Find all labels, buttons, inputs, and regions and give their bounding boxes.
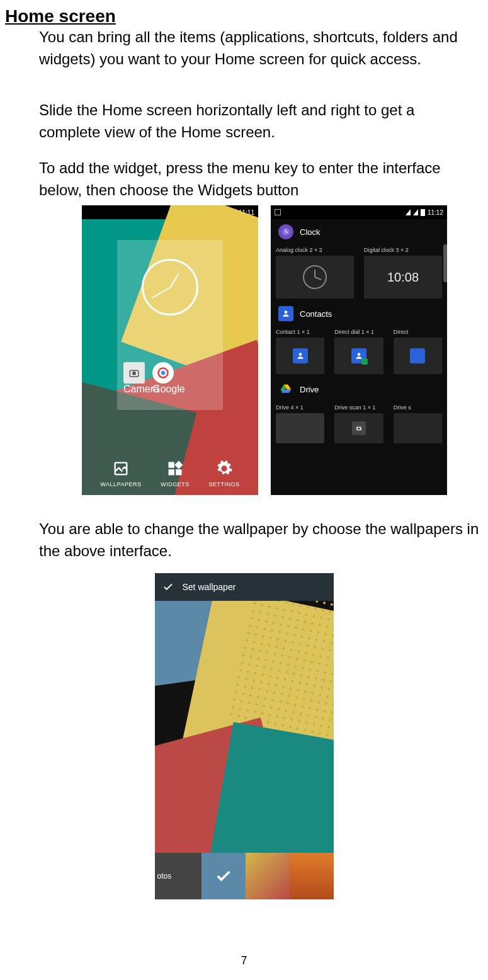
wallpapers-button[interactable]: WALLPAPERS xyxy=(100,459,141,487)
contacts-icon xyxy=(278,306,293,321)
screenshot-home-options: 11:11 Camera xyxy=(82,205,258,495)
gear-icon xyxy=(214,459,234,479)
signal-icon xyxy=(413,209,418,215)
digital-clock-preview: 10:08 xyxy=(364,256,442,299)
widget-drive-partial[interactable]: Drive s xyxy=(389,402,447,446)
wallpapers-icon xyxy=(111,459,131,479)
drive-icon xyxy=(278,382,293,397)
wallpaper-thumbnails: otos xyxy=(155,853,334,899)
screenshot-set-wallpaper: Set wallpaper otos xyxy=(155,573,334,899)
wallpaper-thumb[interactable] xyxy=(246,853,290,899)
settings-label: SETTINGS xyxy=(209,481,240,487)
wallpaper-thumb-photos[interactable]: otos xyxy=(155,853,201,899)
wallpaper-thumb[interactable] xyxy=(290,853,334,899)
widget-analog-clock[interactable]: Analog clock 2 × 2 xyxy=(271,244,359,301)
svg-rect-8 xyxy=(174,461,183,469)
svg-point-14 xyxy=(298,353,302,356)
status-bar: 11:12 xyxy=(271,205,447,219)
widget-direct-partial[interactable]: Direct xyxy=(389,326,447,377)
widget-label: Drive scan 1 × 1 xyxy=(334,404,383,411)
widgets-button[interactable]: WIDGETS xyxy=(161,459,190,487)
widget-label: Direct dial 1 × 1 xyxy=(334,329,383,335)
check-icon xyxy=(215,867,232,885)
widget-label: Direct xyxy=(394,329,442,335)
set-wallpaper-label: Set wallpaper xyxy=(183,582,236,592)
widget-label: Contact 1 × 1 xyxy=(276,329,324,335)
svg-rect-7 xyxy=(169,469,174,475)
analog-clock-widget[interactable] xyxy=(142,259,198,316)
widget-digital-clock[interactable]: Digital clock 3 × 2 10:08 xyxy=(359,244,447,301)
svg-rect-5 xyxy=(169,462,174,468)
wallpapers-label: WALLPAPERS xyxy=(100,481,141,487)
category-label: Clock xyxy=(300,227,321,237)
widget-direct-dial[interactable]: Direct dial 1 × 1 xyxy=(329,326,388,377)
page-title: Home screen xyxy=(5,6,116,26)
svg-point-15 xyxy=(358,353,361,356)
widget-drive-scan[interactable]: Drive scan 1 × 1 xyxy=(329,402,388,446)
app-label: Google xyxy=(152,384,174,395)
notification-icon xyxy=(275,209,281,215)
paragraph-wallpaper: You are able to change the wallpaper by … xyxy=(39,518,480,562)
app-label: Camera xyxy=(123,384,145,395)
svg-line-12 xyxy=(315,277,321,280)
app-camera[interactable]: Camera xyxy=(123,362,145,395)
widget-category-drive[interactable]: Drive xyxy=(271,377,447,402)
wallpaper-thumb-selected[interactable] xyxy=(201,853,246,899)
svg-point-3 xyxy=(161,371,166,375)
widgets-label: WIDGETS xyxy=(161,481,190,487)
set-wallpaper-header[interactable]: Set wallpaper xyxy=(155,573,334,601)
status-time: 11:12 xyxy=(428,209,443,216)
wallpaper-preview[interactable] xyxy=(155,601,334,853)
signal-icon xyxy=(406,209,411,215)
widget-category-clock[interactable]: Clock xyxy=(271,219,447,244)
widget-label: Drive s xyxy=(394,404,442,411)
screenshots-row: 11:11 Camera xyxy=(82,205,447,495)
widget-label: Drive 4 × 1 xyxy=(276,404,324,411)
paragraph-intro: You can bring all the items (application… xyxy=(39,26,480,71)
widget-label: Digital clock 3 × 2 xyxy=(364,247,442,253)
thumb-label: otos xyxy=(157,872,172,880)
svg-point-17 xyxy=(358,428,360,430)
scroll-indicator[interactable] xyxy=(443,244,447,282)
clock-icon xyxy=(278,224,293,239)
widget-contact[interactable]: Contact 1 × 1 xyxy=(271,326,329,377)
widget-label: Analog clock 2 × 2 xyxy=(276,247,354,253)
battery-icon xyxy=(421,209,425,216)
app-google[interactable]: Google xyxy=(152,362,174,395)
widget-drive[interactable]: Drive 4 × 1 xyxy=(271,402,329,446)
paragraph-slide: Slide the Home screen horizontally left … xyxy=(39,100,480,144)
paragraph-widget: To add the widget, press the menu key to… xyxy=(39,157,480,202)
settings-button[interactable]: SETTINGS xyxy=(209,459,240,487)
screenshot-widgets-list: 11:12 Clock Analog clock 2 × 2 Digital c… xyxy=(271,205,447,495)
category-label: Drive xyxy=(300,385,319,394)
svg-point-0 xyxy=(132,372,136,375)
widget-category-contacts[interactable]: Contacts xyxy=(271,301,447,326)
widgets-icon xyxy=(165,459,185,479)
page-number: 7 xyxy=(0,954,488,967)
svg-point-13 xyxy=(285,311,288,314)
home-preview-panel[interactable]: Camera Google xyxy=(117,240,223,410)
category-label: Contacts xyxy=(300,309,332,319)
check-icon xyxy=(162,581,174,593)
svg-rect-6 xyxy=(176,469,181,475)
